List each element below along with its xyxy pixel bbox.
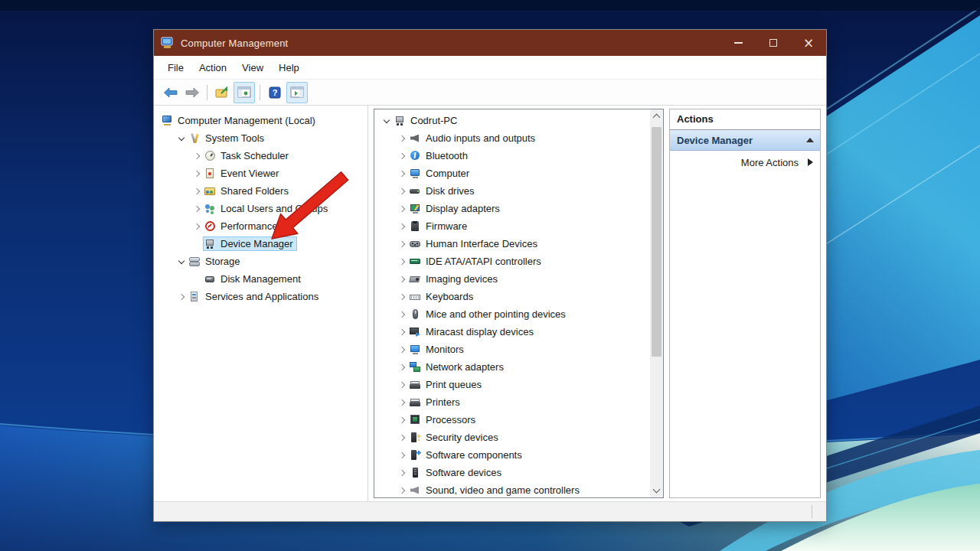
device-category-row[interactable]: Display adapters [374,200,650,217]
expander-chevron-icon[interactable] [396,358,408,376]
tree-item[interactable]: Computer Management (Local) [154,112,368,129]
tree-item[interactable]: Storage [154,253,368,270]
shared-folders-icon [204,186,216,197]
back-icon[interactable] [161,83,181,103]
scrollbar-thumb[interactable] [652,127,662,357]
close-button[interactable]: × [791,30,826,56]
actions-group-device-manager[interactable]: Device Manager [670,130,820,151]
vertical-scrollbar[interactable] [650,109,663,497]
tree-item[interactable]: Device Manager [154,235,368,253]
expander-chevron-icon[interactable] [396,270,408,288]
device-category-row[interactable]: Sound, video and game controllers [374,481,650,497]
expander-chevron-icon[interactable] [396,481,408,497]
expander-chevron-icon[interactable] [396,235,408,253]
device-category-row[interactable]: Codrut-PC [374,112,650,129]
maximize-button[interactable] [756,30,791,56]
tree-item-label: Event Viewer [220,168,279,179]
expander-chevron-icon[interactable] [396,129,408,147]
menu-item[interactable]: Action [191,59,234,77]
printer-icon [410,397,421,408]
expander-chevron-icon[interactable] [396,464,408,481]
show-console-tree-icon[interactable] [234,82,255,103]
device-category-row[interactable]: IDE ATA/ATAPI controllers [374,253,650,270]
expander-chevron-icon[interactable] [396,288,408,305]
device-category-row[interactable]: Mice and other pointing devices [374,305,650,323]
expander-chevron-icon[interactable] [396,429,408,446]
expander-chevron-icon[interactable] [191,217,203,235]
expander-chevron-icon[interactable] [396,182,408,200]
expander-chevron-icon[interactable] [175,129,188,147]
expander-chevron-icon[interactable] [175,288,188,305]
expander-chevron-icon[interactable] [396,446,408,464]
audio-icon [410,133,421,144]
expander-chevron-icon [191,235,203,253]
display-adapter-icon [410,204,421,214]
collapse-chevron-icon[interactable] [806,138,814,142]
menu-item[interactable]: View [234,59,271,77]
tree-item[interactable]: Services and Applications [154,288,368,305]
help-icon[interactable]: ? [265,83,285,103]
minimize-button[interactable] [720,30,756,56]
maximize-icon [769,39,777,47]
tree-item[interactable]: Event Viewer [154,165,368,182]
show-action-pane-icon[interactable] [286,82,308,103]
expander-chevron-icon[interactable] [396,165,408,182]
more-actions-item[interactable]: More Actions [670,151,820,174]
expander-chevron-icon[interactable] [396,217,408,235]
device-category-row[interactable]: Disk drives [374,182,650,200]
scroll-up-icon[interactable] [650,109,663,122]
device-category-row[interactable]: Computer [374,165,650,182]
expander-chevron-icon[interactable] [396,411,408,429]
device-category-row[interactable]: Print queues [374,376,650,393]
export-list-icon[interactable] [212,83,232,103]
device-category-row[interactable]: Software devices [374,464,650,481]
device-category-row[interactable]: Bluetooth [374,147,650,165]
device-category-row[interactable]: Printers [374,393,650,411]
tree-item-label: Local Users and Groups [220,203,328,214]
device-category-row[interactable]: Network adapters [374,358,650,376]
expander-chevron-icon[interactable] [191,165,203,182]
titlebar[interactable]: Computer Management × [154,30,826,56]
tree-item[interactable]: Local Users and Groups [154,200,368,217]
tree-item-label: Services and Applications [204,291,318,302]
expander-chevron-icon[interactable] [191,200,203,217]
device-category-label: Processors [425,414,475,425]
expander-chevron-icon[interactable] [191,147,203,165]
device-category-row[interactable]: Human Interface Devices [374,235,650,253]
actions-group-title: Device Manager [677,135,753,146]
device-category-label: Codrut-PC [410,115,457,126]
sound-icon [410,485,421,496]
tree-item[interactable]: System Tools [154,129,368,147]
tree-item[interactable]: Shared Folders [154,182,368,200]
expander-chevron-icon[interactable] [191,182,203,200]
device-category-row[interactable]: Miracast display devices [374,323,650,341]
device-category-row[interactable]: Monitors [374,341,650,358]
expander-chevron-icon[interactable] [175,253,188,270]
tree-item[interactable]: Disk Management [154,270,368,288]
expander-chevron-icon[interactable] [381,112,393,129]
device-category-row[interactable]: Software components [374,446,650,464]
device-category-row[interactable]: Audio inputs and outputs [374,129,650,147]
expander-chevron-icon[interactable] [396,147,408,165]
expander-chevron-icon[interactable] [396,341,408,358]
menu-item[interactable]: File [160,59,191,77]
expander-chevron-icon[interactable] [396,376,408,393]
device-category-row[interactable]: Imaging devices [374,270,650,288]
device-category-row[interactable]: Security devices [374,429,650,446]
expander-chevron-icon[interactable] [396,323,408,341]
expander-chevron-icon[interactable] [396,305,408,323]
tree-item-label: Disk Management [220,273,301,285]
expander-chevron-icon[interactable] [396,253,408,270]
expander-chevron-icon[interactable] [396,200,408,217]
mouse-icon [410,309,421,320]
tree-item[interactable]: Performance [154,217,368,235]
tree-item[interactable]: Task Scheduler [154,147,368,165]
menu-item[interactable]: Help [271,59,307,77]
device-category-row[interactable]: Keyboards [374,288,650,305]
forward-icon[interactable] [182,83,202,103]
device-category-row[interactable]: Firmware [374,217,650,235]
device-category-row[interactable]: Processors [374,411,650,429]
task-scheduler-icon [204,151,216,161]
scroll-down-icon[interactable] [650,484,663,497]
expander-chevron-icon[interactable] [396,393,408,411]
